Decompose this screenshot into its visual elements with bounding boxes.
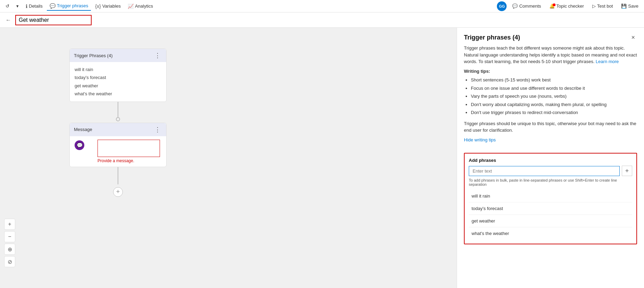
phrase-list-item: what's the weather <box>469 227 632 239</box>
phrase-list-item: today's forecast <box>469 202 632 215</box>
message-icon: 💬 <box>75 140 84 150</box>
zoom-controls: + − ⊕ ⊘ <box>4 219 15 267</box>
comments-icon: 💬 <box>512 3 518 9</box>
undo-button[interactable]: ↺ <box>3 2 12 10</box>
fit-view-button[interactable]: ⊕ <box>4 244 15 255</box>
message-node-body: 💬 Provide a message. <box>70 136 166 167</box>
back-icon: ← <box>6 17 11 23</box>
analytics-icon: 📈 <box>128 3 134 9</box>
block-icon: ⊘ <box>8 259 12 265</box>
trigger-phrases-label: Trigger phrases <box>57 3 88 8</box>
panel-header: Trigger phrases (4) × <box>457 28 644 45</box>
message-error: Provide a message. <box>98 158 161 163</box>
canvas[interactable]: Trigger Phrases (4) ⋮ will it rain today… <box>0 28 457 288</box>
list-item: Don't use trigger phrases to redirect mi… <box>471 109 637 116</box>
test-bot-icon: ▷ <box>592 3 596 9</box>
zoom-out-button[interactable]: − <box>4 231 15 242</box>
save-icon: 💾 <box>621 3 627 9</box>
trigger-node-header: Trigger Phrases (4) ⋮ <box>70 49 166 62</box>
phrase-list-item: get weather <box>469 215 632 227</box>
message-input-area[interactable] <box>98 140 160 157</box>
flow-container: Trigger Phrases (4) ⋮ will it rain today… <box>69 49 167 197</box>
toolbar-right: GG 💬 Comments 🔔 Topic checker ▷ Test bot… <box>497 1 641 11</box>
main-content: Trigger Phrases (4) ⋮ will it rain today… <box>0 28 644 288</box>
message-node: Message ⋮ 💬 Provide a message. <box>69 123 167 167</box>
message-node-title: Message <box>74 127 92 132</box>
top-toolbar: ↺ ▾ ℹ Details 💬 Trigger phrases {x} Vari… <box>0 0 644 12</box>
zoom-out-icon: − <box>8 234 11 240</box>
phrase-list-item: will it rain <box>469 190 632 202</box>
tips-list: Short sentences (5-15 words) work best F… <box>464 77 637 116</box>
titlebar: ← <box>0 12 644 28</box>
phrase-text-input[interactable] <box>469 166 620 176</box>
close-panel-button[interactable]: × <box>629 33 637 42</box>
connector-line <box>118 102 118 119</box>
list-item: today's forecast <box>75 73 161 81</box>
add-phrases-label: Add phrases <box>469 158 632 163</box>
trigger-phrases-button[interactable]: 💬 Trigger phrases <box>47 2 91 11</box>
test-bot-button[interactable]: ▷ Test bot <box>590 2 616 10</box>
list-item: Vary the parts of speech you use (nouns,… <box>471 93 637 100</box>
block-icon-button[interactable]: ⊘ <box>4 256 15 267</box>
zoom-in-icon: + <box>8 221 11 227</box>
avatar: GG <box>497 1 507 11</box>
add-icon: + <box>625 167 629 175</box>
notification-dot <box>553 3 556 6</box>
undo-icon: ↺ <box>6 3 9 9</box>
add-node-button[interactable]: + <box>113 187 123 197</box>
close-icon: × <box>631 34 635 41</box>
trigger-node-title: Trigger Phrases (4) <box>74 53 113 58</box>
save-button[interactable]: 💾 Save <box>618 2 641 10</box>
list-item: Don't worry about capitalizing words, ma… <box>471 101 637 108</box>
right-panel: Trigger phrases (4) × Trigger phrases te… <box>457 28 644 288</box>
message-input-wrapper: Provide a message. <box>88 140 161 163</box>
panel-title: Trigger phrases (4) <box>464 34 520 41</box>
dropdown-icon: ▾ <box>16 3 19 9</box>
analytics-label: Analytics <box>135 3 153 9</box>
list-item: get weather <box>75 82 161 90</box>
message-node-menu-button[interactable]: ⋮ <box>153 126 162 133</box>
phrase-hint: To add phrases in bulk, paste in line-se… <box>469 178 632 186</box>
dropdown-button[interactable]: ▾ <box>14 2 22 10</box>
trigger-node-menu-button[interactable]: ⋮ <box>153 52 162 59</box>
info-icon: ℹ <box>26 3 27 9</box>
topic-checker-icon: 🔔 <box>549 3 555 9</box>
add-phrase-button[interactable]: + <box>622 166 632 176</box>
panel-description: Trigger phrases teach the bot different … <box>464 45 637 65</box>
details-button[interactable]: ℹ Details <box>23 2 45 10</box>
list-item: what's the weather <box>75 90 161 98</box>
phrase-input-row: + <box>469 166 632 176</box>
toolbar-left: ↺ ▾ ℹ Details 💬 Trigger phrases {x} Vari… <box>3 2 156 11</box>
variables-icon: {x} <box>95 3 101 9</box>
zoom-in-button[interactable]: + <box>4 219 15 230</box>
list-item: Focus on one issue and use different wor… <box>471 85 637 92</box>
topic-checker-button[interactable]: 🔔 Topic checker <box>546 2 586 10</box>
connector-dot <box>116 117 120 121</box>
details-label: Details <box>29 3 43 9</box>
hide-tips-link[interactable]: Hide writing tips <box>464 137 637 143</box>
location-icon: ⊕ <box>8 246 12 253</box>
unique-message: Trigger phrases should be unique to this… <box>464 120 637 134</box>
topic-title-input[interactable] <box>15 15 92 25</box>
add-phrases-section: Add phrases + To add phrases in bulk, pa… <box>464 153 637 244</box>
back-button[interactable]: ← <box>4 16 12 25</box>
analytics-button[interactable]: 📈 Analytics <box>125 2 156 10</box>
trigger-node-body: will it rain today's forecast get weathe… <box>70 62 166 102</box>
variables-button[interactable]: {x} Variables <box>92 2 124 10</box>
writing-tips-title: Writing tips: <box>464 68 637 75</box>
learn-more-link[interactable]: Learn more <box>596 59 619 64</box>
panel-body: Trigger phrases teach the bot different … <box>457 45 644 153</box>
variables-label: Variables <box>102 3 121 9</box>
message-node-header: Message ⋮ <box>70 123 166 136</box>
chat-icon: 💬 <box>50 3 56 9</box>
bottom-connector <box>118 167 118 184</box>
comments-button[interactable]: 💬 Comments <box>509 2 544 10</box>
list-item: Short sentences (5-15 words) work best <box>471 77 637 84</box>
list-item: will it rain <box>75 66 161 73</box>
trigger-phrases-node: Trigger Phrases (4) ⋮ will it rain today… <box>69 49 167 102</box>
